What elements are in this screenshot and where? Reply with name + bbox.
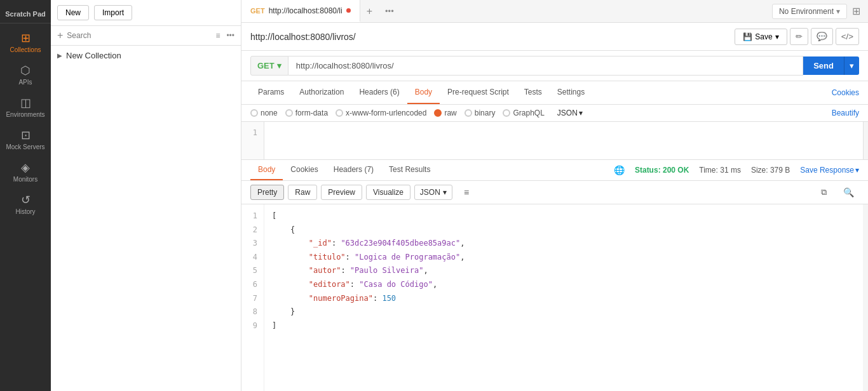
json-line-7: "numeroPagina": 150 bbox=[272, 292, 855, 306]
add-collection-icon[interactable]: + bbox=[57, 30, 63, 41]
sidebar-item-environments[interactable]: ◫ Environments bbox=[0, 91, 51, 123]
editor-content[interactable] bbox=[264, 122, 863, 159]
option-raw[interactable]: raw bbox=[434, 109, 456, 117]
save-chevron-icon: ▾ bbox=[775, 32, 779, 41]
form-data-label: form-data bbox=[295, 109, 328, 117]
comment-icon-button[interactable]: 💬 bbox=[811, 28, 833, 45]
resp-tab-headers[interactable]: Headers (7) bbox=[326, 160, 381, 180]
response-section: Body Cookies Headers (7) Test Results 🌐 … bbox=[241, 160, 868, 391]
tab-settings[interactable]: Settings bbox=[550, 81, 592, 104]
tab-prerequest[interactable]: Pre-request Script bbox=[440, 81, 517, 104]
url-input[interactable] bbox=[288, 56, 803, 76]
environments-icon: ◫ bbox=[20, 96, 31, 110]
env-grid-icon[interactable]: ⊞ bbox=[852, 5, 860, 17]
json-line-9: ] bbox=[272, 319, 855, 333]
line-1: 1 bbox=[248, 127, 257, 139]
save-response-chevron-icon: ▾ bbox=[855, 166, 859, 175]
option-form-data[interactable]: form-data bbox=[285, 109, 328, 117]
json-line-1: [ bbox=[272, 209, 855, 223]
option-binary[interactable]: binary bbox=[465, 109, 496, 117]
search-response-button[interactable]: 🔍 bbox=[838, 185, 859, 200]
environment-selector[interactable]: No Environment ▾ bbox=[772, 4, 847, 19]
json-line-6: "editora": "Casa do Código", bbox=[272, 278, 855, 292]
save-icon: 💾 bbox=[743, 32, 752, 41]
response-json-select[interactable]: JSON ▾ bbox=[414, 185, 452, 200]
send-button[interactable]: Send bbox=[803, 56, 844, 75]
tab-authorization[interactable]: Authorization bbox=[292, 81, 351, 104]
save-button[interactable]: 💾 Save ▾ bbox=[735, 29, 787, 45]
editor-area: 1 bbox=[241, 122, 868, 160]
tab-params[interactable]: Params bbox=[250, 81, 292, 104]
sidebar-item-apis[interactable]: ⬡ APIs bbox=[0, 58, 51, 91]
tab-add-button[interactable]: + bbox=[360, 0, 379, 23]
request-tabs: Params Authorization Headers (6) Body Pr… bbox=[241, 81, 868, 105]
save-label: Save bbox=[755, 32, 772, 41]
new-button[interactable]: New bbox=[57, 5, 89, 20]
json-response-body: 1 2 3 4 5 6 7 8 9 [ { "_id": "63dc23e904… bbox=[241, 204, 868, 391]
resp-tab-cookies[interactable]: Cookies bbox=[283, 160, 325, 180]
tab-body[interactable]: Body bbox=[407, 81, 440, 104]
request-tab[interactable]: GET http://localhost:8080/li bbox=[241, 0, 360, 22]
filter-icon[interactable]: ≡ bbox=[215, 31, 220, 40]
copy-response-button[interactable]: ⧉ bbox=[816, 185, 832, 200]
format-raw-button[interactable]: Raw bbox=[288, 185, 317, 200]
editor-scrollbar bbox=[863, 122, 868, 159]
collection-name: New Collection bbox=[66, 51, 121, 60]
globe-icon: 🌐 bbox=[614, 165, 625, 175]
env-chevron-icon: ▾ bbox=[836, 7, 840, 16]
left-panel: New Import + ≡ ••• ▶ New Collection bbox=[51, 0, 241, 391]
sidebar-apis-label: APIs bbox=[18, 79, 32, 86]
resp-json-label: JSON bbox=[420, 188, 440, 197]
none-radio bbox=[250, 109, 258, 117]
sidebar-item-monitors[interactable]: ◈ Monitors bbox=[0, 156, 51, 188]
json-line-3: "_id": "63dc23e904f405dbee85a9ac", bbox=[272, 237, 855, 251]
apis-icon: ⬡ bbox=[20, 63, 31, 77]
resp-tab-body[interactable]: Body bbox=[250, 160, 283, 180]
send-arrow-button[interactable]: ▾ bbox=[844, 56, 859, 75]
json-type-select[interactable]: JSON ▾ bbox=[557, 109, 583, 117]
code-button[interactable]: </> bbox=[836, 28, 859, 45]
sidebar-monitors-label: Monitors bbox=[13, 176, 37, 183]
monitors-icon: ◈ bbox=[21, 161, 30, 175]
tab-headers[interactable]: Headers (6) bbox=[351, 81, 407, 104]
format-visualize-button[interactable]: Visualize bbox=[366, 185, 410, 200]
import-button[interactable]: Import bbox=[94, 5, 132, 20]
json-type-label: JSON bbox=[557, 109, 578, 117]
sidebar-item-collections[interactable]: ⊞ Collections bbox=[0, 26, 51, 58]
raw-label: raw bbox=[444, 109, 456, 117]
json-line-4: "titulo": "Logica de Programação", bbox=[272, 251, 855, 265]
collection-item[interactable]: ▶ New Collection bbox=[51, 46, 241, 65]
more-icon[interactable]: ••• bbox=[226, 31, 234, 40]
cookies-link[interactable]: Cookies bbox=[832, 82, 859, 103]
search-input[interactable] bbox=[67, 31, 212, 40]
option-graphql[interactable]: GraphQL bbox=[503, 109, 544, 117]
scratch-pad-title: Scratch Pad bbox=[0, 5, 51, 23]
binary-label: binary bbox=[475, 109, 496, 117]
filter-response-button[interactable]: ≡ bbox=[459, 185, 474, 200]
sidebar-item-mock-servers[interactable]: ⊡ Mock Servers bbox=[0, 123, 51, 156]
tab-more-button[interactable]: ••• bbox=[379, 6, 400, 16]
response-status: 🌐 Status: 200 OK Time: 31 ms Size: 379 B… bbox=[614, 165, 859, 175]
graphql-radio bbox=[503, 109, 510, 117]
search-bar: + ≡ ••• bbox=[51, 26, 241, 46]
response-time: Time: 31 ms bbox=[699, 166, 741, 175]
resp-tab-test-results[interactable]: Test Results bbox=[381, 160, 438, 180]
format-preview-button[interactable]: Preview bbox=[321, 185, 362, 200]
beautify-button[interactable]: Beautify bbox=[832, 109, 859, 117]
edit-icon-button[interactable]: ✏ bbox=[790, 28, 808, 45]
response-scrollbar bbox=[863, 204, 868, 391]
option-none[interactable]: none bbox=[250, 109, 278, 117]
url-bar: http://localhost:8080/livros/ 💾 Save ▾ ✏… bbox=[241, 23, 868, 51]
option-x-www[interactable]: x-www-form-urlencoded bbox=[336, 109, 426, 117]
json-chevron-icon: ▾ bbox=[579, 109, 583, 117]
collection-arrow-icon: ▶ bbox=[57, 52, 62, 59]
method-select[interactable]: GET ▾ bbox=[250, 56, 288, 76]
json-line-8: } bbox=[272, 305, 855, 319]
sidebar-item-history[interactable]: ↺ History bbox=[0, 188, 51, 220]
url-display: http://localhost:8080/livros/ bbox=[250, 32, 729, 42]
tab-tests[interactable]: Tests bbox=[517, 81, 550, 104]
sidebar-history-label: History bbox=[15, 208, 35, 215]
format-pretty-button[interactable]: Pretty bbox=[250, 185, 284, 200]
method-chevron-icon: ▾ bbox=[277, 61, 281, 70]
save-response-button[interactable]: Save Response ▾ bbox=[800, 166, 859, 175]
